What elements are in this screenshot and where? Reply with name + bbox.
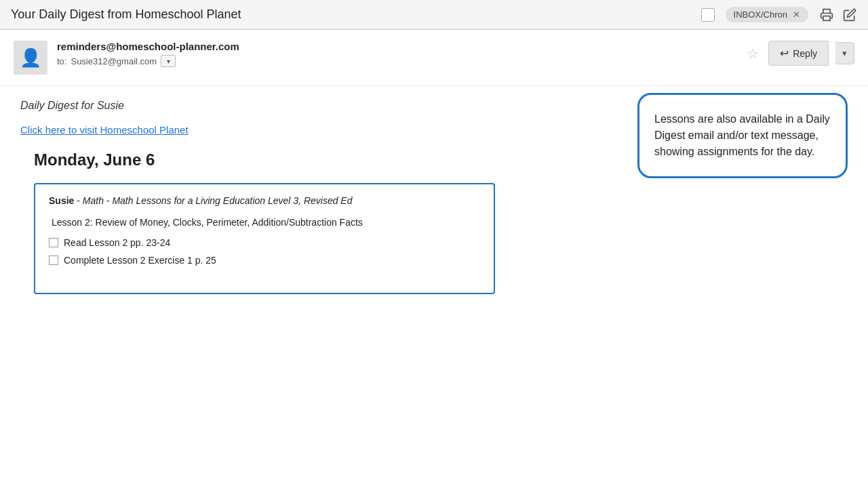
- avatar: 👤: [14, 41, 47, 75]
- reply-arrow-icon: ↩: [780, 47, 789, 60]
- task-label-2: Complete Lesson 2 Exercise 1 p. 25: [64, 255, 216, 266]
- reply-label: Reply: [793, 48, 817, 59]
- email-header: 👤 reminders@homeschool-planner.com to: S…: [0, 30, 868, 86]
- reply-button[interactable]: ↩ Reply: [768, 41, 829, 66]
- lesson-course: - Math - Math Lessons for a Living Educa…: [77, 195, 352, 206]
- student-name: Susie: [49, 195, 74, 206]
- sender-info: reminders@homeschool-planner.com to: Sus…: [57, 41, 734, 67]
- star-button[interactable]: ☆: [744, 43, 762, 64]
- tooltip-text: Lessons are also available in a Daily Di…: [654, 113, 830, 157]
- visit-link[interactable]: Click here to visit Homeschool Planet: [20, 124, 189, 136]
- task-checkbox-2[interactable]: [49, 256, 58, 265]
- title-icons: [819, 7, 857, 22]
- task-item-2: Complete Lesson 2 Exercise 1 p. 25: [49, 255, 480, 266]
- recipient-email: Susie312@gmail.com: [71, 56, 157, 66]
- sender-email: reminders@homeschool-planner.com: [57, 41, 734, 52]
- recipient-row: to: Susie312@gmail.com ▾: [57, 55, 734, 67]
- edit-icon[interactable]: [842, 7, 857, 22]
- print-icon[interactable]: [819, 7, 834, 22]
- svg-rect-0: [823, 16, 830, 20]
- tab-close-icon[interactable]: ✕: [793, 9, 800, 20]
- lesson-card: Susie - Math - Math Lessons for a Living…: [34, 183, 495, 294]
- tab-label: INBOX/Chron: [734, 9, 787, 20]
- email-body: Daily Digest for Susie Click here to vis…: [0, 86, 868, 308]
- email-container: 👤 reminders@homeschool-planner.com to: S…: [0, 30, 868, 308]
- task-checkbox-1[interactable]: [49, 238, 58, 247]
- recipient-dropdown[interactable]: ▾: [161, 55, 176, 67]
- task-label-1: Read Lesson 2 pp. 23-24: [64, 237, 170, 248]
- task-item-1: Read Lesson 2 pp. 23-24: [49, 237, 480, 248]
- lesson-title: Lesson 2: Review of Money, Clocks, Perim…: [49, 217, 480, 228]
- tooltip-box: Lessons are also available in a Daily Di…: [637, 93, 848, 178]
- title-checkbox[interactable]: [701, 8, 715, 22]
- tab-pill[interactable]: INBOX/Chron ✕: [726, 7, 808, 22]
- header-actions: ☆ ↩ Reply ▾: [744, 41, 854, 66]
- avatar-icon: 👤: [20, 47, 41, 68]
- title-bar: Your Daily Digest from Homeschool Planet…: [0, 0, 868, 30]
- recipient-label: to:: [57, 56, 66, 66]
- reply-dropdown-button[interactable]: ▾: [835, 42, 854, 64]
- lesson-subject: Susie - Math - Math Lessons for a Living…: [49, 195, 480, 206]
- email-title: Your Daily Digest from Homeschool Planet: [11, 7, 690, 22]
